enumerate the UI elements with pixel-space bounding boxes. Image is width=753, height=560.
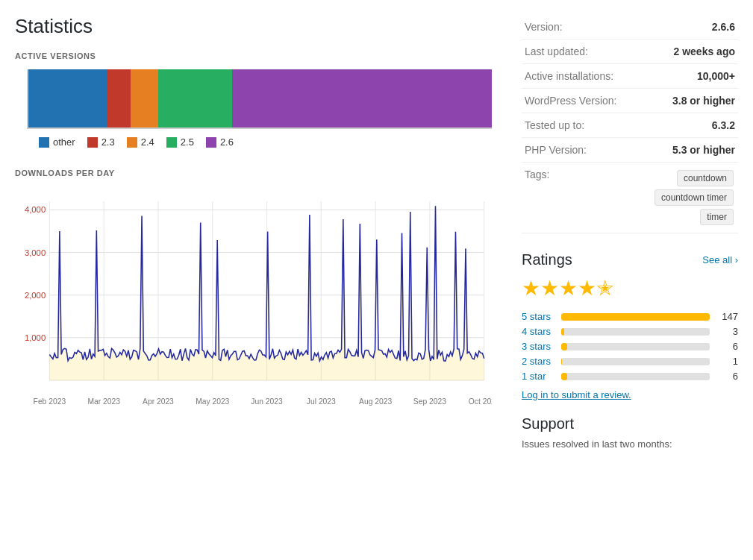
rating-bar-row: 1 star6 (522, 371, 738, 382)
meta-table: Version: 2.6.6 Last updated: 2 weeks ago… (522, 15, 738, 233)
log-in-link[interactable]: Log in to submit a review. (522, 389, 738, 400)
rating-bar-row: 4 stars3 (522, 326, 738, 337)
svg-text:Feb 2023: Feb 2023 (34, 397, 66, 406)
legend-item: other (39, 136, 75, 148)
last-updated-label: Last updated: (522, 40, 641, 64)
legend-item: 2.3 (87, 136, 115, 148)
ratings-title: Ratings (522, 251, 572, 268)
active-installs-value: 10,000+ (641, 64, 739, 89)
legend-item: 2.5 (166, 136, 194, 148)
active-versions-label: ACTIVE VERSIONS (15, 51, 492, 60)
downloads-section: DOWNLOADS PER DAY 1,0002,0003,0004,000Fe… (15, 169, 492, 410)
svg-text:Jun 2023: Jun 2023 (251, 397, 283, 406)
svg-text:May 2023: May 2023 (196, 397, 230, 406)
tested-label: Tested up to: (522, 113, 641, 138)
svg-text:Oct 2023: Oct 2023 (469, 397, 492, 406)
svg-text:Sep 2023: Sep 2023 (413, 397, 446, 406)
php-value: 5.3 or higher (641, 138, 739, 163)
svg-text:2,000: 2,000 (25, 291, 46, 300)
svg-text:Apr 2023: Apr 2023 (143, 397, 174, 406)
tested-value: 6.3.2 (641, 113, 739, 138)
legend-item: 2.4 (127, 136, 154, 148)
active-installs-label: Active installations: (522, 64, 641, 89)
svg-text:Aug 2023: Aug 2023 (359, 397, 392, 406)
rating-bar-row: 3 stars6 (522, 341, 738, 352)
rating-bar-row: 5 stars147 (522, 311, 738, 322)
version-value: 2.6.6 (641, 15, 739, 40)
last-updated-value: 2 weeks ago (641, 40, 739, 64)
tag-badge: countdown (677, 170, 734, 186)
see-all-link[interactable]: See all › (702, 254, 738, 265)
php-label: PHP Version: (522, 138, 641, 163)
tag-badge: timer (700, 209, 734, 225)
svg-text:Jul 2023: Jul 2023 (307, 397, 336, 406)
active-versions-chart: other2.32.42.52.6 (15, 69, 492, 148)
tag-badge: countdown timer (654, 189, 734, 206)
svg-text:4,000: 4,000 (25, 206, 46, 215)
version-label: Version: (522, 15, 641, 40)
downloads-label: DOWNLOADS PER DAY (15, 169, 492, 177)
wp-version-label: WordPress Version: (522, 89, 641, 113)
page-title: Statistics (15, 15, 492, 38)
rating-bars: 5 stars1474 stars33 stars62 stars11 star… (522, 311, 738, 382)
rating-bar-row: 2 stars1 (522, 356, 738, 367)
tags-label: Tags: (522, 163, 641, 233)
svg-text:Mar 2023: Mar 2023 (87, 397, 120, 406)
star-rating: ★★★★✭ (522, 276, 738, 301)
support-text: Issues resolved in last two months: (522, 438, 738, 450)
support-title: Support (522, 415, 738, 432)
legend-item: 2.6 (206, 136, 234, 148)
svg-text:1,000: 1,000 (25, 333, 46, 342)
tags-cell: countdowncountdown timertimer (641, 163, 739, 233)
wp-version-value: 3.8 or higher (641, 89, 739, 113)
downloads-chart: 1,0002,0003,0004,000Feb 2023Mar 2023Apr … (15, 186, 492, 410)
ratings-header: Ratings See all › (522, 251, 738, 268)
svg-text:3,000: 3,000 (25, 248, 46, 257)
